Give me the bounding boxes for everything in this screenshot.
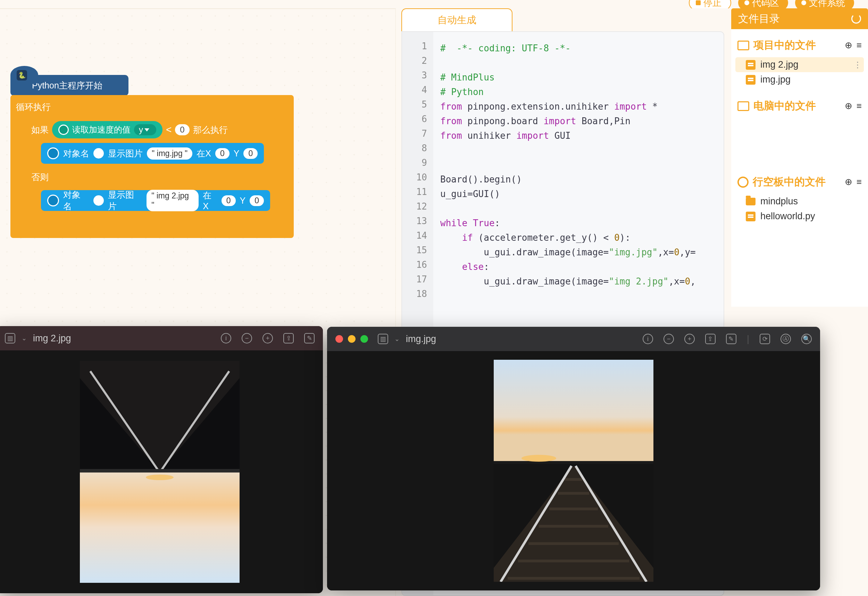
refresh-icon[interactable] <box>851 14 861 24</box>
add-file-icon[interactable]: ⊕ <box>845 177 852 187</box>
else-label: 否则 <box>31 171 49 183</box>
image-path-1[interactable]: " img.jpg " <box>147 148 192 159</box>
preview-titlebar[interactable]: ▥ ⌄ img 2.jpg i − + ⇪ ✎ <box>0 326 323 350</box>
file-name: mindplus <box>760 196 798 207</box>
tab-auto-generate[interactable]: 自动生成 <box>401 8 512 31</box>
add-file-icon[interactable]: ⊕ <box>845 40 852 51</box>
preview-image <box>80 361 240 583</box>
search-icon[interactable]: 🔍 <box>801 334 812 344</box>
code-area-label: 代码区 <box>752 0 779 9</box>
file-icon <box>746 212 756 221</box>
edit-icon[interactable]: ✎ <box>726 334 736 344</box>
info-icon[interactable]: i <box>221 333 231 344</box>
preview-window-img2[interactable]: ▥ ⌄ img 2.jpg i − + ⇪ ✎ <box>0 326 323 593</box>
chevron-down-icon[interactable]: ⌄ <box>395 335 400 343</box>
zoom-out-icon[interactable]: − <box>664 334 674 344</box>
obj-label: 对象名 <box>63 189 89 212</box>
info-icon[interactable]: i <box>643 334 653 344</box>
svg-rect-5 <box>80 469 240 472</box>
tab-label: 自动生成 <box>438 13 476 27</box>
add-file-icon[interactable]: ⊕ <box>845 100 852 111</box>
more-icon[interactable]: ⋮ <box>853 60 862 70</box>
chevron-down-icon <box>145 128 149 131</box>
loop-block-forever[interactable]: 循环执行 如果 读取加速度的值 y <box>10 95 294 238</box>
y-label: Y <box>240 196 246 206</box>
file-row-img[interactable]: img.jpg <box>735 72 864 87</box>
maximize-icon[interactable] <box>361 335 368 343</box>
python-icon: 🐍 <box>17 70 27 81</box>
rotate-icon[interactable]: ⟳ <box>760 334 770 344</box>
computer-icon <box>738 101 749 111</box>
filesystem-label: 文件系统 <box>809 0 845 9</box>
show-label: 显示图片 <box>108 148 143 159</box>
unihiker-icon <box>47 148 59 159</box>
file-row-helloworld[interactable]: helloworld.py <box>735 209 864 224</box>
sensor-block-accelerometer[interactable]: 读取加速度的值 y <box>52 121 163 139</box>
share-icon[interactable]: ⇪ <box>283 333 294 344</box>
file-icon <box>746 60 756 70</box>
section-label: 项目中的文件 <box>753 38 816 52</box>
atx-label: 在X <box>197 148 211 159</box>
sidebar-toggle-icon[interactable]: ▥ <box>5 333 15 344</box>
y-value-2[interactable]: 0 <box>250 195 264 206</box>
unihiker-icon <box>47 195 59 207</box>
object-slot[interactable] <box>93 148 104 159</box>
hat-label: Python主程序开始 <box>32 80 102 91</box>
y-value-1[interactable]: 0 <box>243 148 257 159</box>
close-icon[interactable] <box>336 335 343 343</box>
hat-block-python-main[interactable]: 🐍 Python主程序开始 <box>10 75 129 96</box>
section-computer-files[interactable]: 电脑中的文件 ⊕ ≡ <box>735 94 864 118</box>
show-label: 显示图片 <box>108 189 143 212</box>
folder-icon <box>738 41 749 50</box>
folder-icon <box>746 198 756 205</box>
axis-dropdown[interactable]: y <box>134 124 156 135</box>
preview-image <box>494 360 654 582</box>
compare-value[interactable]: 0 <box>175 124 189 135</box>
obj-label: 对象名 <box>63 148 89 159</box>
sidebar-toggle-icon[interactable]: ▥ <box>378 334 388 344</box>
object-slot[interactable] <box>93 195 104 206</box>
edit-icon[interactable]: ✎ <box>304 333 315 344</box>
svg-rect-7 <box>494 360 654 464</box>
draw-image-block-2[interactable]: 对象名 显示图片 " img 2.jpg " 在X 0 Y 0 <box>41 190 270 211</box>
svg-rect-0 <box>80 472 240 583</box>
loop-label: 循环执行 <box>16 101 51 113</box>
file-name: img 2.jpg <box>760 59 799 70</box>
stop-label: 停止 <box>704 0 722 9</box>
section-label: 行空板中的文件 <box>753 175 826 189</box>
svg-point-6 <box>146 475 174 480</box>
minimize-icon[interactable] <box>348 335 356 343</box>
sensor-label: 读取加速度的值 <box>72 124 130 135</box>
unihiker-icon <box>738 177 748 188</box>
atx-label: 在X <box>203 190 217 211</box>
chevron-down-icon[interactable]: ⌄ <box>22 335 27 342</box>
section-project-files[interactable]: 项目中的文件 ⊕ ≡ <box>735 33 864 57</box>
sensor-icon <box>58 125 69 135</box>
if-else-block[interactable]: 如果 读取加速度的值 y < 0 那么执行 <box>26 118 276 226</box>
zoom-in-icon[interactable]: + <box>684 334 695 344</box>
file-icon <box>746 75 756 85</box>
file-row-img2[interactable]: img 2.jpg ⋮ <box>735 57 864 72</box>
svg-point-9 <box>522 455 556 462</box>
image-path-2[interactable]: " img 2.jpg " <box>146 190 199 211</box>
preview-window-img[interactable]: ▥ ⌄ img.jpg i − + ⇪ ✎ | ⟳ Ⓐ 🔍 <box>327 327 820 590</box>
sidebar-title: 文件目录 <box>738 12 780 26</box>
menu-icon[interactable]: ≡ <box>856 100 862 111</box>
x-value-1[interactable]: 0 <box>215 148 229 159</box>
zoom-out-icon[interactable]: − <box>242 333 252 344</box>
section-unihiker-files[interactable]: 行空板中的文件 ⊕ ≡ <box>735 170 864 194</box>
share-icon[interactable]: ⇪ <box>705 334 716 344</box>
section-label: 电脑中的文件 <box>753 99 816 113</box>
x-value-2[interactable]: 0 <box>222 195 236 206</box>
file-row-mindplus[interactable]: mindplus <box>735 194 864 209</box>
markup-icon[interactable]: Ⓐ <box>781 334 791 344</box>
draw-image-block-1[interactable]: 对象名 显示图片 " img.jpg " 在X 0 Y 0 <box>41 143 264 164</box>
axis-value: y <box>139 125 143 134</box>
preview-titlebar[interactable]: ▥ ⌄ img.jpg i − + ⇪ ✎ | ⟳ Ⓐ 🔍 <box>327 327 820 351</box>
zoom-in-icon[interactable]: + <box>262 333 273 344</box>
then-label: 那么执行 <box>193 124 228 136</box>
menu-icon[interactable]: ≡ <box>856 40 862 51</box>
preview-title: img.jpg <box>406 334 436 344</box>
menu-icon[interactable]: ≡ <box>856 177 862 187</box>
preview-image-area <box>0 350 323 593</box>
